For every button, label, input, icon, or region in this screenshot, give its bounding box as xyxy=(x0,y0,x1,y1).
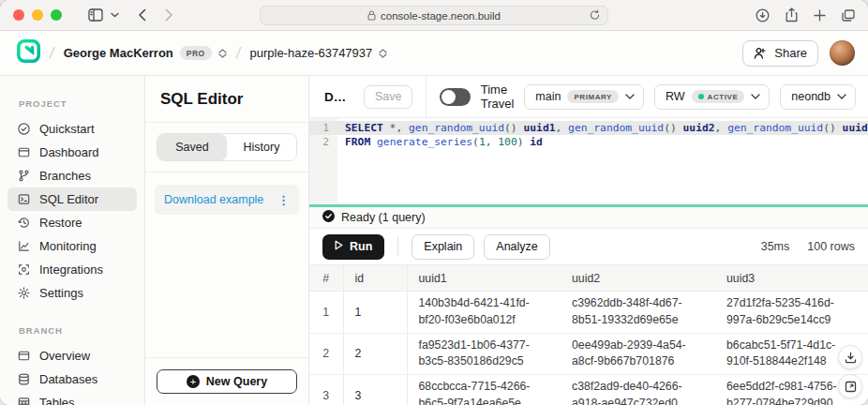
run-label: Run xyxy=(350,240,372,253)
code-line[interactable]: 1SELECT *, gen_random_uuid() uuid1, gen_… xyxy=(309,121,868,135)
breadcrumb-separator: / xyxy=(49,44,56,63)
sidebar-item-quickstart[interactable]: Quickstart xyxy=(7,117,137,141)
primary-badge: PRIMARY xyxy=(567,90,619,103)
active-dot-icon xyxy=(698,94,704,99)
integrations-icon xyxy=(17,262,31,277)
share-page-icon[interactable] xyxy=(786,8,798,22)
line-number: 2 xyxy=(309,135,337,149)
sidebar-toggle-icon[interactable] xyxy=(88,8,103,22)
sidebar-item-tables[interactable]: Tables xyxy=(7,391,137,405)
project-nav-list: QuickstartDashboardBranchesSQL EditorRes… xyxy=(7,117,137,305)
table-row[interactable]: 3368ccbcca-7715-4266-b6c5-9f7a14ea6e5ec3… xyxy=(309,375,868,405)
result-row-count: 100 rows xyxy=(807,240,855,253)
time-travel-toggle[interactable] xyxy=(440,88,471,106)
results-table: #iduuid1uuid2uuid3 11140b3b4d-6421-41fd-… xyxy=(309,264,868,405)
sidebar-item-branches[interactable]: Branches xyxy=(7,164,137,188)
table-cell: 140b3b4d-6421-41fd-bf20-f03e6b0a012f xyxy=(407,292,561,334)
download-icon xyxy=(845,352,857,364)
plus-icon: + xyxy=(187,375,200,388)
analyze-button[interactable]: Analyze xyxy=(484,234,549,260)
table-cell: 2 xyxy=(309,333,343,375)
forward-icon[interactable] xyxy=(165,8,173,22)
sidebar-chevron-icon[interactable] xyxy=(111,12,119,18)
editor-panel: Download example Save Time Travel main P… xyxy=(309,76,868,405)
share-button-label: Share xyxy=(774,46,807,60)
back-icon[interactable] xyxy=(138,8,146,22)
table-cell: 27d1f2fa-5235-416d-997a-6b29c5e14cc9 xyxy=(715,292,868,334)
share-button[interactable]: Share xyxy=(742,40,818,67)
time-travel-label: Time Travel xyxy=(481,82,515,111)
table-cell: 0ee499ab-2939-4a54-a8cf-9b667b701876 xyxy=(561,333,715,375)
saved-history-tabs: Saved History xyxy=(157,133,297,161)
saved-query-item[interactable]: Download example ⋮ xyxy=(155,185,299,215)
tab-saved[interactable]: Saved xyxy=(157,134,227,160)
branch-nav-list: OverviewDatabasesTablesRoles xyxy=(7,344,137,405)
project-selector[interactable]: purple-haze-63747937 xyxy=(249,46,387,60)
kebab-menu-icon[interactable]: ⋮ xyxy=(277,194,290,206)
chevron-down-icon xyxy=(751,94,760,99)
status-text: Ready (1 query) xyxy=(341,211,426,224)
git-branch-icon xyxy=(17,169,31,183)
query-actions: Run Explain Analyze 35ms 100 rows xyxy=(309,229,868,264)
saved-query-label: Download example xyxy=(164,193,277,206)
save-button[interactable]: Save xyxy=(364,85,413,109)
query-list-panel: SQL Editor Saved History Download exampl… xyxy=(145,76,309,405)
table-row[interactable]: 22fa9523d1-1b06-4377-b3c5-8350186d29c50e… xyxy=(309,333,868,375)
sidebar-item-restore[interactable]: Restore xyxy=(7,211,137,234)
sidebar-item-overview[interactable]: Overview xyxy=(7,344,137,368)
people-icon xyxy=(754,47,768,59)
window-icon xyxy=(17,349,31,363)
table-row[interactable]: 11140b3b4d-6421-41fd-bf20-f03e6b0a012fc3… xyxy=(309,292,868,334)
org-selector-chevrons-icon xyxy=(218,49,227,58)
reload-icon[interactable] xyxy=(590,9,600,21)
user-avatar[interactable] xyxy=(830,40,855,66)
table-cell: 3 xyxy=(309,375,343,405)
org-selector[interactable]: George MacKerron PRO xyxy=(64,46,227,60)
code-line[interactable]: 2FROM generate_series(1, 100) id xyxy=(309,135,868,149)
sidebar-item-dashboard[interactable]: Dashboard xyxy=(7,141,137,164)
run-button[interactable]: Run xyxy=(322,234,384,260)
play-icon xyxy=(335,240,343,253)
compute-dropdown[interactable]: RW ACTIVE xyxy=(654,84,770,110)
url-text: console-stage.neon.build xyxy=(381,10,501,22)
gear-icon xyxy=(17,286,31,300)
sidebar-item-settings[interactable]: Settings xyxy=(7,281,137,305)
results-table-container: #iduuid1uuid2uuid3 11140b3b4d-6421-41fd-… xyxy=(309,264,868,405)
column-header-uuid1: uuid1 xyxy=(407,265,561,292)
minimize-window-icon[interactable] xyxy=(32,9,43,21)
tab-history[interactable]: History xyxy=(227,134,296,160)
expand-results-button[interactable] xyxy=(838,374,862,398)
sidebar-item-label: Branches xyxy=(39,169,91,183)
address-bar[interactable]: console-stage.neon.build xyxy=(260,6,608,25)
zoom-window-icon[interactable] xyxy=(51,9,62,21)
neon-logo[interactable] xyxy=(17,39,40,67)
downloads-icon[interactable] xyxy=(756,8,770,22)
explain-button[interactable]: Explain xyxy=(412,234,474,260)
sidebar-item-databases[interactable]: Databases xyxy=(7,368,137,391)
branch-dropdown[interactable]: main PRIMARY xyxy=(524,84,644,110)
table-cell: 1 xyxy=(309,292,343,334)
sidebar-section-branch: BRANCH xyxy=(7,325,137,344)
sidebar-item-monitoring[interactable]: Monitoring xyxy=(7,234,137,258)
download-results-button[interactable] xyxy=(838,345,862,369)
editor-toolbar: Download example Save Time Travel main P… xyxy=(309,76,868,117)
traffic-lights xyxy=(13,9,62,21)
code-text: SELECT *, gen_random_uuid() uuid1, gen_r… xyxy=(337,121,868,135)
new-query-button[interactable]: + New Query xyxy=(157,369,297,394)
plan-badge: PRO xyxy=(180,46,212,60)
results-floating-actions xyxy=(838,345,862,398)
close-window-icon[interactable] xyxy=(13,9,24,21)
browser-window: console-stage.neon.build xyxy=(0,0,868,405)
database-dropdown[interactable]: neondb xyxy=(780,84,856,110)
new-tab-icon[interactable] xyxy=(814,9,826,22)
new-query-label: New Query xyxy=(206,375,267,388)
table-cell: 2 xyxy=(343,333,407,375)
tab-overview-icon[interactable] xyxy=(842,9,855,22)
sidebar-item-label: SQL Editor xyxy=(39,192,98,206)
column-header-uuid2: uuid2 xyxy=(561,265,715,292)
sql-editor-icon xyxy=(17,192,31,206)
sidebar-item-sql-editor[interactable]: SQL Editor xyxy=(7,188,137,211)
sql-code-editor[interactable]: 1SELECT *, gen_random_uuid() uuid1, gen_… xyxy=(309,117,868,204)
sidebar-item-integrations[interactable]: Integrations xyxy=(7,258,137,281)
table-cell: c38f2ad9-de40-4266-a918-ae947c732ed0 xyxy=(561,375,715,405)
